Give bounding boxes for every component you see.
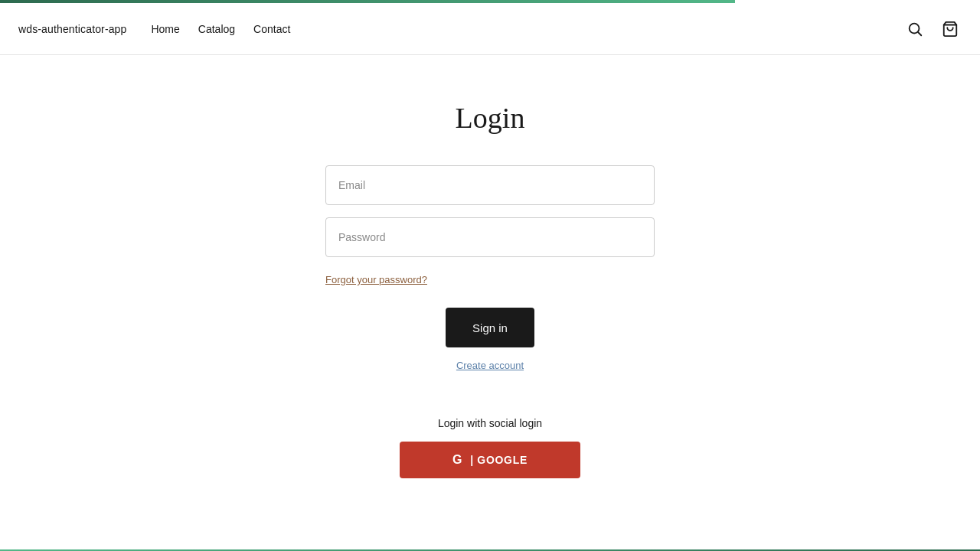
header-right bbox=[903, 18, 962, 41]
search-button[interactable] bbox=[903, 18, 926, 41]
page-title: Login bbox=[456, 101, 525, 135]
email-input[interactable] bbox=[325, 165, 655, 205]
site-header: wds-authenticator-app Home Catalog Conta… bbox=[0, 3, 980, 55]
brand-name: wds-authenticator-app bbox=[18, 23, 126, 35]
google-button-label: | GOOGLE bbox=[470, 454, 528, 466]
nav-contact[interactable]: Contact bbox=[253, 23, 290, 35]
google-login-button[interactable]: G | GOOGLE bbox=[400, 442, 580, 478]
social-login-title: Login with social login bbox=[438, 417, 542, 429]
forgot-password-link[interactable]: Forgot your password? bbox=[325, 274, 427, 285]
search-icon bbox=[906, 21, 923, 37]
cart-button[interactable] bbox=[939, 18, 962, 41]
nav-links: Home Catalog Contact bbox=[151, 23, 290, 35]
svg-point-0 bbox=[910, 23, 920, 33]
login-form: Forgot your password? Sign in Create acc… bbox=[325, 165, 655, 417]
sign-in-button[interactable]: Sign in bbox=[446, 308, 534, 347]
create-account-link[interactable]: Create account bbox=[456, 360, 524, 371]
nav-home[interactable]: Home bbox=[151, 23, 179, 35]
forgot-password-wrapper: Forgot your password? bbox=[325, 272, 655, 286]
svg-line-1 bbox=[918, 32, 921, 35]
cart-icon bbox=[942, 21, 959, 37]
password-field-wrapper bbox=[325, 217, 655, 257]
main-content: Login Forgot your password? Sign in Crea… bbox=[0, 55, 980, 478]
header-left: wds-authenticator-app Home Catalog Conta… bbox=[18, 23, 290, 35]
google-g-icon: G bbox=[452, 453, 462, 467]
nav-catalog[interactable]: Catalog bbox=[198, 23, 235, 35]
password-input[interactable] bbox=[325, 217, 655, 257]
social-section: Login with social login G | GOOGLE bbox=[325, 417, 655, 478]
email-field-wrapper bbox=[325, 165, 655, 205]
